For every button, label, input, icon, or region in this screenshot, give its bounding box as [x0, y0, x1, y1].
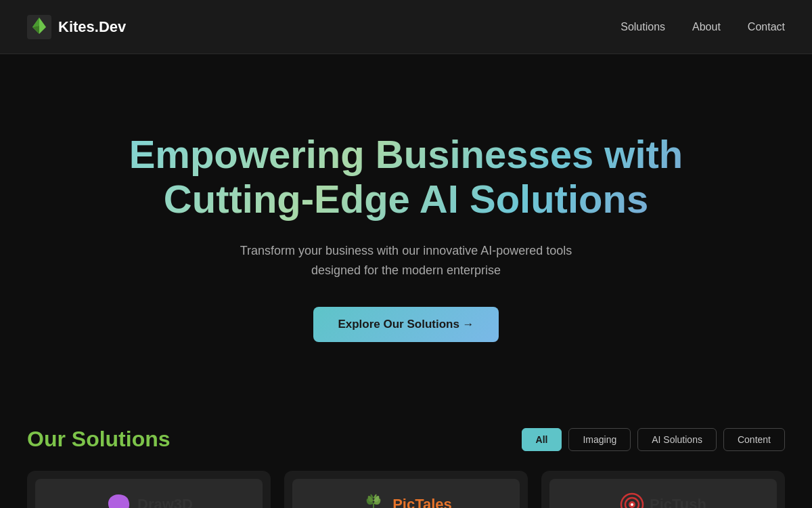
filter-content[interactable]: Content [723, 428, 785, 451]
nav-solutions[interactable]: Solutions [621, 21, 665, 33]
cards-row: Draw3D [27, 471, 785, 508]
solutions-header: Our Solutions All Imaging AI Solutions C… [27, 427, 785, 452]
card-pictush-inner: PicTush [549, 479, 777, 508]
hero-section: Empowering Businesses with Cutting-Edge … [0, 54, 812, 406]
pictales-label: PicTales [392, 496, 452, 509]
cta-button[interactable]: Explore Our Solutions → [313, 307, 498, 342]
pictush-label: PicTush [650, 496, 706, 509]
card-draw3d[interactable]: Draw3D [27, 471, 271, 508]
hero-title: Empowering Businesses with Cutting-Edge … [102, 132, 710, 222]
logo-text: Kites.Dev [58, 18, 126, 36]
draw3d-logo: Draw3D [105, 491, 193, 509]
draw3d-label: Draw3D [137, 496, 193, 509]
pictush-logo: PicTush [620, 492, 706, 509]
nav-about[interactable]: About [692, 21, 721, 33]
filter-all[interactable]: All [522, 428, 562, 451]
draw3d-icon [105, 491, 132, 509]
card-pictales[interactable]: PicTales [284, 471, 528, 508]
pictush-icon [620, 492, 644, 509]
svg-point-8 [631, 503, 633, 506]
card-pictales-inner: PicTales [292, 479, 520, 508]
pictales-logo: PicTales [360, 491, 452, 509]
card-draw3d-inner: Draw3D [35, 479, 263, 508]
hero-subtitle: Transform your business with our innovat… [230, 241, 582, 280]
card-pictush[interactable]: PicTush [541, 471, 785, 508]
solutions-section: Our Solutions All Imaging AI Solutions C… [0, 406, 812, 508]
logo[interactable]: Kites.Dev [27, 15, 126, 39]
main-nav: Solutions About Contact [621, 21, 785, 33]
site-header: Kites.Dev Solutions About Contact [0, 0, 812, 54]
filter-buttons: All Imaging AI Solutions Content [522, 428, 785, 451]
nav-contact[interactable]: Contact [748, 21, 785, 33]
filter-ai-solutions[interactable]: AI Solutions [637, 428, 717, 451]
kite-icon [27, 15, 51, 39]
filter-imaging[interactable]: Imaging [568, 428, 631, 451]
solutions-title: Our Solutions [27, 427, 171, 452]
pictales-icon [360, 491, 387, 509]
